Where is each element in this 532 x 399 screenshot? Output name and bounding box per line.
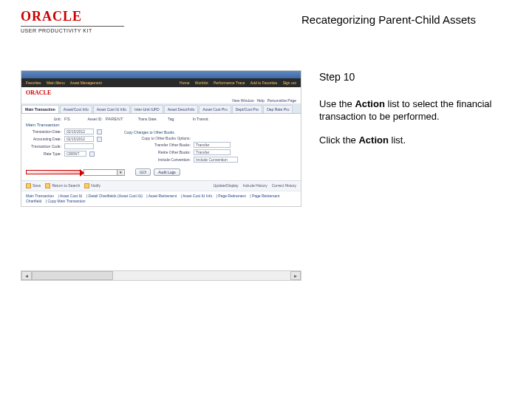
tab-interunit[interactable]: Inter-Unit IUFD [131,105,163,113]
transdate-label: Trans Date: [126,117,157,121]
retire-books-label: Retire Other Books: [124,150,191,154]
update-display-button[interactable]: Update/Display [214,183,239,188]
nav-link[interactable]: Sign out [283,81,296,85]
retire-books-select[interactable]: Transfer [194,149,231,155]
breadcrumb: Favorites Main Menu Asset Management [26,81,106,85]
transfer-books-label: Transfer Other Books: [124,143,191,147]
nav-link[interactable]: Home [180,81,189,85]
window-titlebar [21,71,301,78]
global-links: Home Worklist Performance Trace Add to F… [175,81,296,85]
transaction-date-field[interactable]: 02/15/2012 [64,129,94,134]
include-conv-select[interactable]: Include Convention [194,157,238,163]
transfer-books-select[interactable]: Transfer [194,142,231,148]
breadcrumb-item[interactable]: Favorites [26,81,41,85]
nav-link[interactable]: Worklist [195,81,208,85]
unit-value: FS [64,117,70,121]
tab-dept-cust[interactable]: Dept/Cust Pro [232,105,262,113]
calendar-icon[interactable] [97,129,102,134]
tab-asset-cost-iu[interactable]: Asset Cost IU Info [93,105,130,113]
copy-opts-label: Copy to Other Books Options: [124,136,191,140]
foot-link[interactable]: Copy Main Transaction [47,199,85,203]
instruction-line-1: Use the Action list to select the financ… [319,98,511,123]
global-nav-bar: Favorites Main Menu Asset Management Hom… [21,78,301,87]
bold-term: Action [358,134,388,146]
assetid-value: PARENT [106,117,123,121]
calendar-icon[interactable] [97,137,102,142]
scroll-thumb[interactable] [32,271,113,280]
accounting-date-field[interactable]: 02/15/2012 [64,136,94,142]
page-toolbar: Save Return to Search Notify Update/Disp… [21,180,301,191]
bold-term: Action [355,98,384,109]
step-label: Step 10 [319,70,511,84]
go-button[interactable]: GO! [135,168,151,176]
intransit-label: In Transit: [178,117,209,121]
tab-asset-cost-pro[interactable]: Asset Cost Pro [199,105,231,113]
unit-label: Unit: [26,117,61,121]
highlight-arrow-icon [26,170,81,174]
foot-link[interactable]: Main Transaction [26,194,54,198]
nav-link[interactable]: Performance Trace [214,81,245,85]
brand-subline: USER PRODUCTIVITY KIT [21,26,124,33]
tab-strip: Main Transaction Asset/Cost Info Asset C… [21,103,301,114]
action-dropdown[interactable]: ▾ [83,169,125,176]
foot-link[interactable]: Asset Cost IU Info [183,194,212,198]
rate-type-label: Rate Type: [26,151,61,156]
tab-dep-rate[interactable]: Dep Rate Pro [263,105,293,113]
brand-block: ORACLE USER PRODUCTIVITY KIT [21,9,124,33]
rate-type-field[interactable]: CRRNT [64,151,86,157]
save-button[interactable]: Save [26,183,41,188]
page-utility-links: New Window Help Personalize Page [21,98,301,103]
chevron-down-icon: ▾ [117,170,123,175]
copy-section-title: Copy Changes to Other Books [124,130,238,134]
breadcrumb-item[interactable]: Asset Management [70,81,102,85]
save-icon [26,183,31,188]
return-button[interactable]: Return to Search [45,183,80,188]
util-link[interactable]: New Window [232,98,253,103]
horizontal-scrollbar[interactable]: ◂ ▸ [21,270,301,281]
transaction-code-label: Transaction Code: [26,144,61,149]
util-link[interactable]: Help [257,98,265,103]
include-conv-label: Include Convention: [124,157,191,162]
notify-button[interactable]: Notify [84,183,100,188]
tab-asset-descr[interactable]: Asset Descr/Info [164,105,199,113]
assetid-label: Asset ID: [73,117,103,121]
instruction-line-2: Click the Action list. [319,134,511,147]
inner-oracle-logo: ORACLE [26,89,51,96]
foot-link[interactable]: Asset Cost IU [60,194,83,198]
util-link[interactable]: Personalize Page [267,98,296,103]
breadcrumb-item[interactable]: Main Menu [47,81,65,85]
scroll-left-icon[interactable]: ◂ [21,271,32,280]
audit-logs-button[interactable]: Audit Logs [154,168,180,176]
section-heading: Main Transaction [26,123,296,127]
correct-history-button[interactable]: Correct History [272,183,296,188]
include-history-button[interactable]: Include History [243,183,267,188]
tab-main-transaction[interactable]: Main Transaction [21,105,59,113]
transaction-code-field[interactable] [64,143,94,149]
tab-asset-cost-info[interactable]: Asset/Cost Info [60,105,92,113]
oracle-logo: ORACLE [21,9,124,24]
foot-link[interactable]: Detail Chartfields (Asset Cost IU) [89,194,143,198]
scroll-right-icon[interactable]: ▸ [290,271,301,280]
lookup-icon[interactable] [89,151,95,157]
nav-link[interactable]: Add to Favorites [250,81,277,85]
tag-label: Tag: [160,117,175,121]
foot-link[interactable]: Page Retirement [218,194,246,198]
notify-icon [84,183,89,188]
footer-links: Main Transaction | Asset Cost IU | Detai… [21,191,301,206]
return-icon [45,183,50,188]
transaction-date-label: Transaction Date: [26,129,61,134]
accounting-date-label: Accounting Date: [26,137,61,141]
foot-link[interactable]: Asset Retirement [149,194,177,198]
page-title: Recategorizing Parent-Child Assets [124,9,511,26]
scroll-track[interactable] [32,271,290,280]
embedded-screenshot: Favorites Main Menu Asset Management Hom… [21,70,301,207]
